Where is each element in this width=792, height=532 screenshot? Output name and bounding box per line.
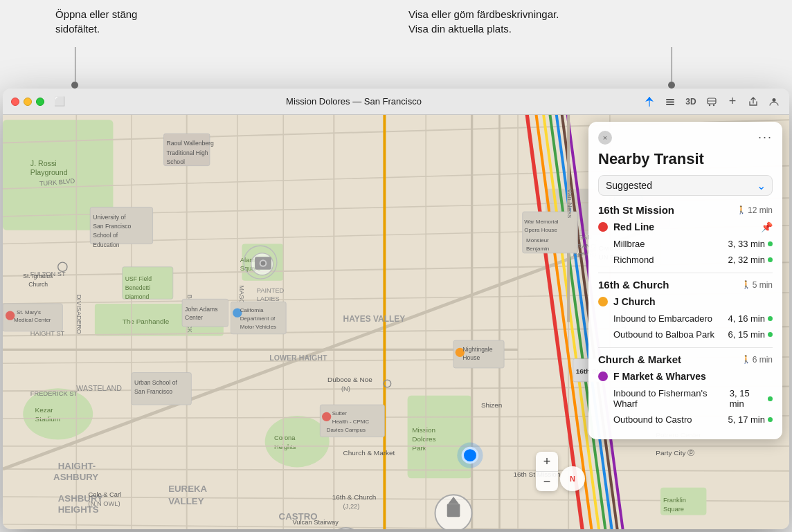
direction-name-balboa: Outbound to Balboa Park [613,329,714,340]
live-indicator-embarcadero [768,316,773,321]
profile-button[interactable] [767,95,781,109]
station-name-church-market: Church & Market [598,354,681,365]
line-dot-j [598,297,608,306]
station-16th-st-mission: 16th St Mission 🚶 12 min Red Line 📌 Mill… [588,204,782,267]
line-dot-f [598,372,608,381]
share-button[interactable] [746,95,760,109]
svg-text:Heights: Heights [274,443,296,450]
callout-left-line2: sidofältet. [55,23,100,35]
callout-line-left [75,47,75,82]
sidebar-toggle-icon[interactable]: ⬜ [54,96,65,107]
svg-text:Opera House: Opera House [524,227,557,233]
svg-text:School: School [167,158,185,165]
svg-text:Monsieur: Monsieur [526,237,549,244]
map-layers-button[interactable] [663,95,677,109]
svg-text:Cole & Carl: Cole & Carl [89,491,122,498]
direction-time-fishermans: 3, 15 min [730,388,773,409]
callout-right: Visa eller göm färdbeskrivningar. Visa d… [408,7,559,36]
svg-text:St. Mary's: St. Mary's [17,309,41,315]
compass-rose[interactable]: N [560,466,585,491]
location-button[interactable] [642,95,656,109]
line-name-j: J Church [613,296,773,307]
add-button[interactable]: + [726,95,739,109]
svg-text:John Adams: John Adams [185,306,217,313]
panel-title: Nearby Transit [588,150,782,175]
direction-embarcadero: Inbound to Embarcadero 4, 16 min [598,311,773,326]
svg-point-131 [261,261,266,266]
close-button[interactable] [11,98,19,106]
svg-text:Van Ness: Van Ness [566,189,574,218]
svg-text:Church: Church [28,281,48,288]
line-row-red: Red Line 📌 [598,221,773,232]
svg-text:USF Field: USF Field [125,275,152,282]
svg-text:War Memorial: War Memorial [524,219,559,225]
annotation-area: Öppna eller stäng sidofältet. Visa eller… [0,0,792,89]
svg-rect-1 [666,101,674,102]
svg-text:HAIGHT-: HAIGHT- [58,461,96,471]
svg-text:Diamond: Diamond [125,293,150,300]
direction-time-castro: 5, 17 min [728,414,773,425]
svg-text:University of: University of [93,214,126,221]
svg-text:Duboce & Noe: Duboce & Noe [327,376,372,383]
direction-castro: Outbound to Castro 5, 17 min [598,412,773,427]
svg-rect-157 [447,504,460,517]
svg-text:ASHBURY: ASHBURY [53,472,98,482]
svg-text:Davies Campus: Davies Campus [327,427,366,433]
3d-button[interactable]: 3D [684,95,698,109]
line-name-f: F Market & Wharves [613,371,773,382]
svg-text:Church & Market: Church & Market [343,449,395,457]
suggested-select[interactable]: Suggested Distance Alphabetical [598,175,773,196]
svg-text:J. Rossi: J. Rossi [30,159,57,167]
svg-text:Kezar: Kezar [35,406,54,414]
svg-text:St. Ignatius: St. Ignatius [23,273,53,279]
panel-header: × ··· [588,122,782,150]
zoom-in-button[interactable]: + [536,452,558,471]
panel-more-button[interactable]: ··· [758,130,773,145]
minimize-button[interactable] [24,98,32,106]
walk-icon-16th-church: 🚶 [741,280,751,289]
callout-right-line2: Visa din aktuella plats. [408,23,512,35]
svg-text:House: House [462,354,480,361]
svg-point-112 [58,262,67,271]
panel-close-button[interactable]: × [598,131,612,145]
svg-text:LOWER HAIGHT: LOWER HAIGHT [269,354,327,362]
transit-button[interactable] [705,95,719,109]
callout-left: Öppna eller stäng sidofältet. [55,7,137,36]
svg-text:Corona: Corona [274,434,296,441]
station-walk-church-market: 🚶 6 min [741,355,773,365]
line-row-f: F Market & Wharves [598,371,773,382]
svg-text:Square: Square [663,506,684,513]
svg-text:Medical Center: Medical Center [14,318,51,324]
svg-point-4 [709,104,710,105]
svg-text:WASTELAND: WASTELAND [76,384,122,392]
live-indicator-millbrae [768,241,773,246]
svg-text:Health - CPMC: Health - CPMC [332,419,370,425]
svg-text:California: California [240,307,264,313]
panel-dropdown[interactable]: Suggested Distance Alphabetical ⌄ [598,175,773,196]
maximize-button[interactable] [36,98,44,106]
svg-text:San Francisco: San Francisco [93,223,131,230]
live-indicator-fishermans [768,396,773,401]
direction-name-richmond: Richmond [613,255,654,265]
map-area[interactable]: J. Rossi Playground The Panhandle Missio… [3,115,789,529]
svg-text:Raoul Wallenberg: Raoul Wallenberg [167,140,214,147]
station-name-16th: 16th St Mission [598,204,674,216]
svg-text:Department of: Department of [240,315,276,322]
titlebar-actions: 3D + [642,95,781,109]
svg-text:VALLEY: VALLEY [168,496,204,506]
zoom-controls: + − [536,452,558,491]
zoom-out-button[interactable]: − [536,472,558,491]
direction-fishermans: Inbound to Fisherman's Wharf 3, 15 min [598,386,773,411]
transit-panel: × ··· Nearby Transit Suggested Distance … [588,122,782,439]
direction-name-fishermans: Inbound to Fisherman's Wharf [613,388,730,409]
direction-time-richmond: 2, 32 min [728,255,773,265]
svg-text:Nightingale: Nightingale [462,346,492,353]
svg-text:Urban School of: Urban School of [134,379,177,386]
svg-rect-0 [666,99,674,100]
direction-balboa: Outbound to Balboa Park 6, 15 min [598,327,773,342]
station-walk-16th-church: 🚶 5 min [741,280,773,290]
svg-text:Sutter: Sutter [332,410,348,416]
panel-scroll[interactable]: 16th St Mission 🚶 12 min Red Line 📌 Mill… [588,204,782,439]
svg-text:(N): (N) [341,385,350,392]
station-header-16th-church: 16th & Church 🚶 5 min [598,279,773,291]
